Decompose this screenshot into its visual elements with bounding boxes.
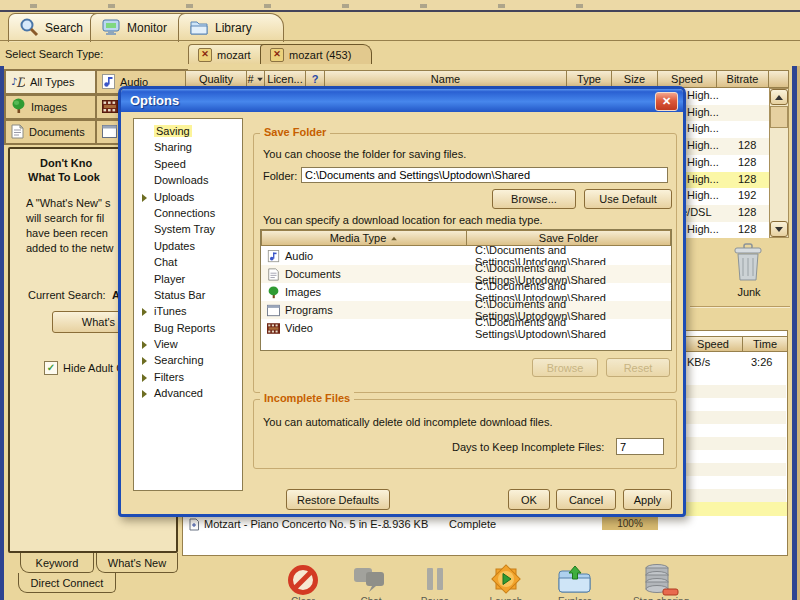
stop-icon[interactable] xyxy=(287,564,319,598)
browse-button[interactable]: Browse... xyxy=(492,189,576,209)
menu-item-advanced[interactable]: Advanced xyxy=(134,385,242,401)
folder-input[interactable] xyxy=(301,167,668,183)
menu-item-uploads[interactable]: Uploads xyxy=(134,189,242,205)
bottom-tab-whats-new[interactable]: What's New xyxy=(96,553,178,573)
menu-item-bug-reports[interactable]: Bug Reports xyxy=(134,320,242,336)
menu-item-chat[interactable]: Chat xyxy=(134,254,242,270)
download-item-row[interactable]: Motzart - Piano Concerto No. 5 in E-... … xyxy=(183,517,787,532)
app-window: Search Monitor Library mozart mozart (45… xyxy=(0,0,800,600)
media-type-column[interactable]: Media Type xyxy=(261,230,467,246)
programs-icon xyxy=(267,304,280,317)
tab-library-label: Library xyxy=(215,21,252,35)
search-type-label: All Types xyxy=(30,76,74,88)
ok-button[interactable]: OK xyxy=(508,489,550,510)
cancel-button[interactable]: Cancel xyxy=(556,489,616,510)
toolbar-label: Pause xyxy=(409,596,461,600)
stop-sharing-icon[interactable] xyxy=(643,563,679,599)
chat-icon[interactable] xyxy=(352,566,390,596)
search-type-documents[interactable]: Documents xyxy=(4,119,97,145)
expand-arrow-icon[interactable] xyxy=(142,374,147,382)
window-border-left xyxy=(0,66,4,600)
results-scrollbar[interactable] xyxy=(769,88,789,238)
toolbar-label: Chat xyxy=(345,596,397,600)
menu-item-connections[interactable]: Connections xyxy=(134,205,242,221)
search-type-all-types[interactable]: ♪D All Types xyxy=(4,69,97,95)
column-blank[interactable] xyxy=(768,70,789,88)
menu-item-filters[interactable]: Filters xyxy=(134,369,242,385)
downloads-column-time[interactable]: Time xyxy=(742,336,788,352)
column-bitrate[interactable]: Bitrate xyxy=(716,70,769,88)
menu-item-player[interactable]: Player xyxy=(134,271,242,287)
tab-library[interactable]: Library xyxy=(178,13,284,42)
folder-label: Folder: xyxy=(263,170,297,182)
top-clipped-menubar xyxy=(0,0,800,12)
restore-defaults-button[interactable]: Restore Defaults xyxy=(286,489,390,510)
launch-icon[interactable] xyxy=(489,562,523,598)
bottom-tab-direct-connect[interactable]: Direct Connect xyxy=(18,573,116,593)
downloads-column-speed[interactable]: Speed xyxy=(683,336,743,352)
options-menu: Saving Sharing Speed Downloads Uploads C… xyxy=(133,118,243,491)
downloads-stripes xyxy=(686,372,786,502)
audio-icon xyxy=(102,74,115,91)
browse-media-button[interactable]: Browse xyxy=(532,358,598,377)
save-folder-desc: You can choose the folder for saving fil… xyxy=(263,148,466,160)
panel-title-line2: What To Look xyxy=(28,171,100,183)
download-speed-value: KB/s xyxy=(687,356,710,368)
menu-item-system-tray[interactable]: System Tray xyxy=(134,221,242,237)
menu-item-view[interactable]: View xyxy=(134,336,242,352)
download-item-status: Complete xyxy=(449,518,496,530)
arrow-up-icon xyxy=(775,95,783,100)
explore-icon[interactable] xyxy=(557,565,593,597)
close-icon[interactable] xyxy=(270,48,284,62)
use-default-button[interactable]: Use Default xyxy=(584,189,672,209)
sort-asc-icon xyxy=(392,236,398,240)
expand-arrow-icon[interactable] xyxy=(142,194,147,202)
folder-icon xyxy=(189,18,209,38)
menu-item-status-bar[interactable]: Status Bar xyxy=(134,287,242,303)
hide-adult-row[interactable]: Hide Adult C xyxy=(44,361,124,375)
menu-item-updates[interactable]: Updates xyxy=(134,238,242,254)
menu-item-saving[interactable]: Saving xyxy=(134,123,242,139)
scroll-down-button[interactable] xyxy=(770,221,788,237)
current-search-label: Current Search: xyxy=(28,289,106,301)
expand-arrow-icon[interactable] xyxy=(142,341,147,349)
video-icon xyxy=(102,100,118,115)
session-tab-mozart-453[interactable]: mozart (453) xyxy=(260,44,372,64)
panel-body-line: will search for fil xyxy=(26,212,104,224)
menu-item-itunes[interactable]: iTunes xyxy=(134,303,242,319)
expand-arrow-icon[interactable] xyxy=(142,357,147,365)
days-to-keep-input[interactable] xyxy=(616,438,664,455)
incomplete-files-group: Incomplete Files You can automatically d… xyxy=(253,399,677,469)
checkbox-checked-icon[interactable] xyxy=(44,361,58,375)
panel-body-line: A "What's New" s xyxy=(26,197,111,209)
reset-button[interactable]: Reset xyxy=(606,358,670,377)
dialog-titlebar[interactable]: Options xyxy=(121,89,683,112)
pause-icon[interactable] xyxy=(424,567,446,593)
search-type-images[interactable]: Images xyxy=(4,94,97,120)
menu-item-searching[interactable]: Searching xyxy=(134,352,242,368)
download-item-size: 8.936 KB xyxy=(383,518,428,530)
bottom-tab-keyword[interactable]: Keyword xyxy=(20,553,94,573)
menu-item-speed[interactable]: Speed xyxy=(134,156,242,172)
menu-item-downloads[interactable]: Downloads xyxy=(134,172,242,188)
apply-button[interactable]: Apply xyxy=(623,489,672,510)
programs-icon xyxy=(102,125,117,140)
save-folder-group-title: Save Folder xyxy=(260,126,330,138)
toolbar-label: Launch xyxy=(480,596,532,600)
tab-divider xyxy=(0,40,800,41)
document-icon xyxy=(267,268,280,281)
junk-icon[interactable] xyxy=(733,243,763,287)
close-icon[interactable] xyxy=(198,48,212,62)
search-icon xyxy=(19,17,39,39)
download-progress-bar: 100% xyxy=(602,517,658,530)
scroll-up-button[interactable] xyxy=(770,89,788,105)
scroll-thumb[interactable] xyxy=(770,106,788,128)
media-row-video[interactable]: VideoC:\Documents and Settings\Uptodown\… xyxy=(261,319,671,337)
toolbar-label: Clear xyxy=(277,596,329,600)
video-icon xyxy=(267,322,280,335)
menu-item-sharing[interactable]: Sharing xyxy=(134,139,242,155)
close-icon[interactable] xyxy=(655,92,678,111)
expand-arrow-icon[interactable] xyxy=(142,390,147,398)
toolbar-label: Stop sharing xyxy=(628,596,694,600)
expand-arrow-icon[interactable] xyxy=(142,308,147,316)
